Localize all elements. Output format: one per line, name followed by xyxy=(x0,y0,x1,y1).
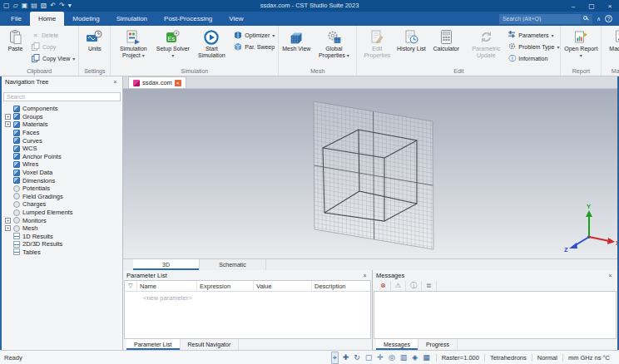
panel-tab-messages[interactable]: Messages xyxy=(376,339,418,350)
tree-item-dimensions[interactable]: +Dimensions xyxy=(2,176,122,184)
expand-icon[interactable]: + xyxy=(5,121,11,127)
information-button[interactable]: ⓘ Information xyxy=(507,53,558,63)
tree-item-anchor-points[interactable]: +Anchor Points xyxy=(2,153,122,161)
macros-button[interactable]: Macros ▾ xyxy=(603,27,619,67)
tab-home[interactable]: Home xyxy=(30,12,64,26)
rotate-icon[interactable]: ↻ xyxy=(353,352,361,363)
edit-properties-button[interactable]: Edit Properties xyxy=(359,27,395,67)
minimize-button[interactable]: – xyxy=(564,0,582,12)
tab-modeling[interactable]: Modeling xyxy=(64,12,107,26)
par-sweep-button[interactable]: Par. Sweep xyxy=(232,42,276,52)
tree-item-voxel-data[interactable]: +Voxel Data xyxy=(2,169,122,177)
tree-item-curves[interactable]: +Curves xyxy=(2,136,122,145)
open-report-button[interactable]: Open Report ▾ xyxy=(562,27,599,67)
undo-icon[interactable]: ↶ xyxy=(50,0,56,12)
fit-view-icon[interactable]: ⌖ xyxy=(331,352,339,364)
column-header-name[interactable]: Name xyxy=(136,281,196,292)
tree-item-faces[interactable]: +Faces xyxy=(2,129,122,137)
collapse-ribbon-icon[interactable]: ∧ xyxy=(597,16,601,22)
parametric-update-button[interactable]: Parametric Update xyxy=(466,27,506,67)
details-icon[interactable]: ≣ xyxy=(422,281,437,291)
close-icon[interactable]: × xyxy=(361,273,369,278)
tree-item-field-gradings[interactable]: +Field Gradings xyxy=(2,193,122,201)
viewport-3d[interactable]: Y X Z xyxy=(123,89,617,258)
optimizer-button[interactable]: Optimizer▾ xyxy=(232,30,276,40)
column-header-value[interactable]: Value xyxy=(253,281,311,292)
tab-post-processing[interactable]: Post-Processing xyxy=(156,12,220,26)
tab-simulation[interactable]: Simulation xyxy=(108,12,156,26)
document-tab[interactable]: ssdax.com × xyxy=(128,76,186,88)
info-filter-icon[interactable]: ⓘ xyxy=(406,281,422,291)
panel-tab-parameter-list[interactable]: Parameter List xyxy=(126,339,181,350)
warning-filter-icon[interactable]: ⚠ xyxy=(391,281,406,291)
mesh-view-button[interactable]: Mesh View xyxy=(280,27,312,67)
close-button[interactable]: × xyxy=(601,0,619,12)
search-button[interactable] xyxy=(581,14,592,24)
tree-item-1d-results[interactable]: +1D Results xyxy=(2,233,122,241)
tree-item-wires[interactable]: +Wires xyxy=(2,160,122,169)
close-document-icon[interactable]: × xyxy=(175,80,181,86)
parameters-button[interactable]: Parameters▾ xyxy=(507,30,558,40)
more-icon[interactable]: ▾ xyxy=(68,0,72,12)
expand-icon[interactable]: + xyxy=(5,114,11,120)
expand-icon[interactable]: + xyxy=(5,225,11,231)
maximize-button[interactable]: ▢ xyxy=(582,0,601,12)
setup-solver-button[interactable]: Es Setup Solver ▾ xyxy=(155,27,191,67)
tree-item-mesh[interactable]: +Mesh xyxy=(2,224,122,233)
view-tab-3d[interactable]: 3D xyxy=(133,259,200,270)
copy-button[interactable]: Copy xyxy=(30,42,77,52)
panel-tab-result-navigator[interactable]: Result Navigator xyxy=(181,339,240,350)
new-parameter-row[interactable]: <new parameter> xyxy=(125,292,370,302)
tree-item-lumped-elements[interactable]: +Lumped Elements xyxy=(2,209,122,217)
tree-item-monitors[interactable]: +Monitors xyxy=(2,216,122,224)
paste-button[interactable]: Paste xyxy=(2,27,29,67)
start-simulation-button[interactable]: Start Simulation xyxy=(191,27,231,67)
error-filter-icon[interactable]: ⊗ xyxy=(376,281,391,291)
help-icon[interactable]: ? xyxy=(605,15,612,22)
units-button[interactable]: Units xyxy=(81,27,108,67)
tree-item-components[interactable]: +Components xyxy=(2,105,122,113)
tree-search-input[interactable] xyxy=(3,92,121,101)
split-view-icon[interactable]: ▥ xyxy=(399,352,409,363)
view-cube-icon[interactable]: ◈ xyxy=(411,352,418,363)
redo-icon[interactable]: ↷ xyxy=(59,0,65,12)
new-file-icon[interactable]: ▢ xyxy=(3,0,10,12)
copy-icon[interactable]: ▤ xyxy=(31,0,37,12)
history-list-button[interactable]: History List xyxy=(396,27,426,67)
expand-icon[interactable]: + xyxy=(5,218,11,224)
tree-item-charges[interactable]: +Charges xyxy=(2,200,122,209)
filter-icon[interactable]: ▽ xyxy=(125,283,136,289)
group-label-clipboard: Clipboard xyxy=(2,67,77,76)
tree-item-groups[interactable]: +Groups xyxy=(2,113,122,121)
column-header-expression[interactable]: Expression xyxy=(196,281,253,292)
tree-item-materials[interactable]: +Materials xyxy=(2,121,122,129)
save-icon[interactable]: ▣ xyxy=(22,0,28,12)
export-icon[interactable]: ▧ xyxy=(41,0,47,12)
open-icon[interactable]: ▱ xyxy=(13,0,18,12)
raster-icon[interactable]: ▦ xyxy=(422,352,431,363)
tree-item-tables[interactable]: +Tables xyxy=(2,248,122,257)
tab-view[interactable]: View xyxy=(220,12,251,26)
zoom-window-icon[interactable]: ▢ xyxy=(364,352,374,363)
zoom-icon[interactable]: ◎ xyxy=(388,352,396,363)
tree-item-wcs[interactable]: +WCS xyxy=(2,145,122,153)
view-tab-schematic[interactable]: Schematic xyxy=(200,259,266,270)
problem-type-button[interactable]: Problem Type▾ xyxy=(507,42,558,52)
panel-tab-progress[interactable]: Progress xyxy=(418,339,458,350)
tree-item-2d-3d-results[interactable]: +2D/3D Results xyxy=(2,240,122,248)
close-icon[interactable]: × xyxy=(111,79,119,85)
tab-file[interactable]: File xyxy=(2,12,30,26)
pan-icon[interactable]: ✛ xyxy=(376,352,384,363)
copy-view-button[interactable]: Copy View▾ xyxy=(30,53,77,63)
search-input[interactable] xyxy=(499,14,581,24)
calculator-button[interactable]: Calculator xyxy=(427,27,465,67)
simulation-project-button[interactable]: Simulation Project ▾ xyxy=(112,27,154,67)
tree-item-potentials[interactable]: +Potentials xyxy=(2,184,122,193)
close-icon[interactable]: × xyxy=(607,273,614,278)
delete-button[interactable]: ×Delete xyxy=(30,30,77,40)
group-label-mesh: Mesh xyxy=(280,67,354,76)
column-header-description[interactable]: Description xyxy=(311,281,346,292)
global-properties-button[interactable]: Global Properties ▾ xyxy=(313,27,354,67)
move-icon[interactable]: ✚ xyxy=(342,352,350,363)
tree-item-label: Lumped Elements xyxy=(22,209,72,216)
